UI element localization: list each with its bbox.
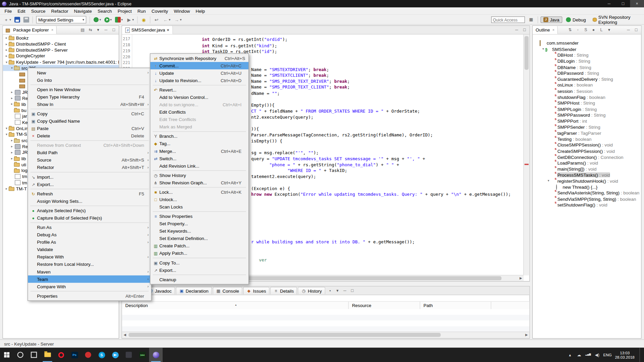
- menu-item-commit-[interactable]: ↑Commit...Ctrl+Alt+C: [150, 62, 249, 69]
- outline-item-session[interactable]: Ssession : Session: [533, 88, 641, 94]
- outline-item-loadparams-[interactable]: SLoadParams() : void: [533, 160, 641, 166]
- expander-expanded-icon[interactable]: ▾: [4, 126, 8, 130]
- tree-item-distributedsmpp-server[interactable]: ▸DistributedSMPP - Server: [3, 47, 119, 53]
- menu-item-branch-[interactable]: YBranch...: [150, 133, 249, 140]
- perspective-java[interactable]: JJava: [540, 16, 562, 23]
- back-button[interactable]: ←▾: [161, 16, 172, 23]
- menu-item-export-[interactable]: ↗Export...: [150, 266, 249, 274]
- menu-item-open-in-new-window[interactable]: Open in New Window: [28, 86, 151, 93]
- editor-tab-smssender[interactable]: J SMSSender.java ×: [122, 26, 173, 34]
- show-desktop-button[interactable]: [640, 348, 642, 362]
- menu-item-copy-to-[interactable]: ▣Copy To...: [150, 259, 249, 266]
- hide-non-public-icon[interactable]: ●: [590, 27, 597, 34]
- tab-close-icon[interactable]: ×: [167, 27, 169, 33]
- tab-declaration[interactable]: ▣Declaration: [176, 287, 212, 294]
- sort-icon[interactable]: ⇅: [567, 27, 574, 34]
- table-row[interactable]: [122, 309, 530, 315]
- view-menu-icon[interactable]: ▾: [334, 287, 341, 294]
- editor-vertical-scrollbar[interactable]: [523, 35, 529, 276]
- outline-item-smpppassword[interactable]: SSMPPPassword : String: [533, 112, 641, 118]
- menu-item-analyze-selected-file-s-[interactable]: ●Analyze Selected File(s): [28, 207, 151, 214]
- search-button[interactable]: ◉: [140, 16, 148, 23]
- tab-issues[interactable]: ◆Issues: [243, 287, 269, 294]
- table-horizontal-scrollbar[interactable]: ◀ ▶: [122, 331, 530, 338]
- menu-item-create-patch-[interactable]: ▥Create Patch...: [150, 242, 249, 249]
- menu-item-debug-as[interactable]: Debug As›: [28, 231, 151, 238]
- menu-item-tag-[interactable]: ◆Tag...: [150, 140, 249, 147]
- menu-item-apply-patch-[interactable]: ▥Apply Patch...: [150, 249, 249, 257]
- outline-item-getdbconnection-[interactable]: SGetDBConnection() : Connection: [533, 154, 641, 160]
- tree-item-bookz[interactable]: ▸Bookz: [3, 35, 119, 41]
- scrollbar-thumb[interactable]: [525, 36, 529, 70]
- outline-item-dblogin[interactable]: SDBLogin : String: [533, 58, 641, 64]
- outline-item-smssender[interactable]: ▾CSMSSender: [533, 46, 641, 52]
- print-button[interactable]: [22, 16, 30, 23]
- taskbar-telegram-button[interactable]: [108, 348, 122, 362]
- perspective-debug[interactable]: Debug: [563, 16, 589, 23]
- maximize-icon[interactable]: □: [110, 27, 117, 34]
- taskbar-file-explorer-button[interactable]: [41, 348, 54, 362]
- taskbar-red-app-button[interactable]: [81, 348, 95, 362]
- menu-refactor[interactable]: Refactor: [48, 7, 71, 14]
- menu-item-capture-build-of-selected-file-s-[interactable]: ●Capture Build of Selected File(s): [28, 214, 151, 222]
- menu-item-restore-from-local-history-[interactable]: Restore from Local History...: [28, 261, 151, 268]
- menu-item-import-[interactable]: ↘Import...: [28, 173, 151, 181]
- outline-item-smppsender[interactable]: SSMPPSender : String: [533, 124, 641, 130]
- settings-combo[interactable]: Migrated Settings▾: [36, 16, 86, 23]
- tab-console[interactable]: ▦Console: [213, 287, 243, 294]
- expander-expanded-icon[interactable]: ▾: [4, 132, 8, 136]
- expander-collapsed-icon[interactable]: ▸: [4, 42, 8, 46]
- expander-collapsed-icon[interactable]: ▸: [10, 144, 14, 148]
- outline-item-sendviasmpp-string-string-[interactable]: SSendViaSMPP(String, String) : boolean: [533, 196, 641, 202]
- table-row[interactable]: [122, 320, 530, 326]
- expander-collapsed-icon[interactable]: ▸: [4, 36, 8, 40]
- menu-item-cleanup[interactable]: Cleanup: [150, 276, 249, 283]
- close-icon[interactable]: ×: [51, 28, 53, 32]
- outline-item-createsmppsession-[interactable]: SCreateSMPPSession() : void: [533, 148, 641, 154]
- column-header-resource[interactable]: Resource: [349, 302, 420, 309]
- menu-item-team[interactable]: Team›: [28, 276, 151, 283]
- minimize-icon[interactable]: ─: [103, 27, 109, 34]
- menu-source[interactable]: Source: [28, 7, 48, 14]
- menu-project[interactable]: Project: [115, 7, 135, 14]
- menu-item-unlock-[interactable]: □Unlock...: [150, 196, 249, 203]
- menu-item-compare-with[interactable]: Compare With›: [28, 283, 151, 290]
- error-marker[interactable]: [525, 164, 529, 165]
- outline-item-main-string-[interactable]: Smain(String[]) : void: [533, 166, 641, 172]
- menu-item-update-to-revision-[interactable]: ↓Update to Revision...Ctrl+Alt+D: [150, 77, 249, 84]
- menu-item-build-path[interactable]: Build Path›: [28, 149, 151, 156]
- outline-tree[interactable]: com.smssender▾CSMSSenderSDBHost : String…: [533, 35, 641, 338]
- expander-collapsed-icon[interactable]: ▸: [10, 138, 14, 142]
- menu-run[interactable]: Run: [135, 7, 149, 14]
- menu-search[interactable]: Search: [95, 7, 115, 14]
- expander-collapsed-icon[interactable]: ▸: [10, 90, 14, 94]
- scroll-right-icon[interactable]: ▶: [518, 276, 524, 281]
- menu-item-run-as[interactable]: Run As›: [28, 224, 151, 231]
- expander-collapsed-icon[interactable]: ▸: [4, 54, 8, 58]
- column-header-path[interactable]: Path: [420, 302, 491, 309]
- perspective-svn-repository-exploring[interactable]: SVN Repository Exploring: [590, 14, 644, 25]
- tree-item-distributedsmpp-client[interactable]: ▸DistributedSMPP - Client: [3, 41, 119, 47]
- taskbar-task-view-button[interactable]: [27, 348, 41, 362]
- hide-local-types-icon[interactable]: L: [598, 27, 605, 34]
- view-menu-icon[interactable]: ▾: [606, 27, 612, 34]
- hide-static-icon[interactable]: S: [582, 27, 589, 34]
- open-perspective-button[interactable]: ▦: [527, 16, 535, 23]
- editor-minimize-icon[interactable]: ─: [514, 27, 520, 34]
- link-with-editor-icon[interactable]: ⇆: [87, 27, 94, 34]
- menu-item-paste[interactable]: ▤PasteCtrl+V: [28, 125, 151, 132]
- network-icon[interactable]: ▂▄▆: [585, 353, 591, 357]
- menu-item-refactor[interactable]: RefactorAlt+Shift+T›: [28, 164, 151, 171]
- menu-item-delete[interactable]: ×DeleteDelete: [28, 132, 151, 139]
- outline-minimize-icon[interactable]: ─: [625, 27, 632, 34]
- expander-collapsed-icon[interactable]: ▸: [4, 187, 8, 190]
- table-row[interactable]: [122, 326, 530, 332]
- expander-expanded-icon[interactable]: ▾: [10, 66, 14, 70]
- menu-item-properties[interactable]: PropertiesAlt+Enter: [28, 292, 151, 300]
- menu-item-show-revision-graph-[interactable]: ⋔Show Revision Graph...Ctrl+Alt+Y: [150, 179, 249, 186]
- external-tools-button[interactable]: ▶▾: [125, 16, 135, 23]
- menu-item-go-into[interactable]: Go Into: [28, 76, 151, 84]
- menu-item-maven[interactable]: Maven›: [28, 268, 151, 276]
- outline-item-setshutdownflag-[interactable]: SsetShutdownFlag() : void: [533, 202, 641, 208]
- close-button[interactable]: ×: [630, 0, 644, 7]
